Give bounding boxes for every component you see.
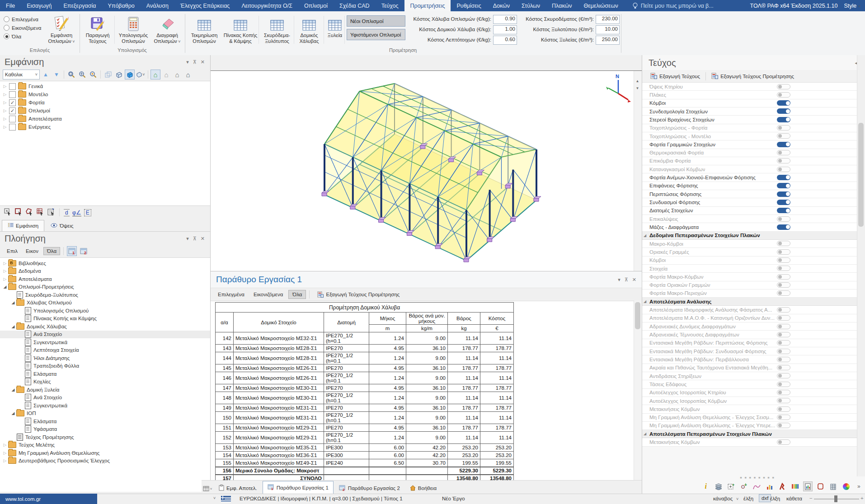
radio-1[interactable]: Εικονιζόμενα <box>4 23 41 32</box>
tell-me-search[interactable]: Πείτε μου πως μπορώ να β... <box>641 3 714 9</box>
nav-tree-item-13[interactable]: Τραπεζοειδή Φύλλα <box>0 362 210 370</box>
toggle-switch[interactable] <box>777 382 790 387</box>
teyxos-row-36[interactable]: Τάσεις Εδάφους <box>642 380 865 388</box>
teyxos-row-33[interactable]: Εντασιακά Μεγέθη Ράβδων: Περιβάλλουσα <box>642 355 865 364</box>
table-row[interactable]: 153Μεταλλικό Μακροστοιχείο ΜΣ35-Σ1IPE300… <box>216 444 514 452</box>
radio-0[interactable]: Επιλεγμένα <box>4 15 41 23</box>
toggle-switch[interactable] <box>777 373 790 378</box>
teyxos-row-20[interactable]: Οριακές Γραμμές <box>642 248 865 256</box>
zoom-in-icon[interactable]: + <box>860 495 864 501</box>
layers-icon[interactable] <box>714 481 723 491</box>
style-menu[interactable]: Style ˅ <box>844 3 860 9</box>
nav-filter-2[interactable]: Όλα <box>43 247 60 255</box>
expander-icon[interactable]: ◢ <box>10 300 16 305</box>
toggle-switch[interactable] <box>777 315 790 321</box>
menu-item-4[interactable]: Ανάλυση <box>141 0 174 11</box>
nav-filter-1[interactable]: Εικον <box>23 247 42 255</box>
table-row[interactable]: 152Μεταλλικό Μακροστοιχείο ΜΣ29-Σ1IPE270… <box>216 432 514 444</box>
toggle-switch[interactable] <box>777 117 790 122</box>
nav-tree-item-25[interactable]: ▷Δευτεροβάθμιος Προσεισμικός Έλεγχος <box>0 457 210 465</box>
toggle-switch[interactable] <box>777 167 790 172</box>
checkbox-icon[interactable] <box>9 124 16 131</box>
scroll-up-icon[interactable]: ▲ <box>634 77 641 84</box>
toggle-switch[interactable] <box>777 92 790 98</box>
select-polygon-icon[interactable] <box>25 208 33 217</box>
barchart-icon[interactable] <box>765 481 774 491</box>
toggle-switch[interactable] <box>777 125 790 131</box>
cost-input-1[interactable]: 1.00 <box>493 25 517 34</box>
toggle-switch[interactable] <box>777 398 790 403</box>
cost-input-2[interactable]: 0.60 <box>493 36 517 45</box>
toggle-switch[interactable] <box>777 274 790 280</box>
toggle-switch[interactable] <box>777 390 790 395</box>
teyxos-row-18[interactable]: ◢Δεδομένα Πεπερασμένων Στοιχείων Πλακών <box>642 232 865 240</box>
properties-icon[interactable] <box>47 208 55 217</box>
toggle-switch[interactable] <box>777 340 790 345</box>
nav-tree-item-7[interactable]: Πίνακας Κοπής και Κάμψης <box>0 315 210 323</box>
nav-tree-item-19[interactable]: ◢ΙΟΠ <box>0 410 210 418</box>
toggle-switch[interactable] <box>777 200 790 205</box>
reinf-mode-toggle-1[interactable]: Υφιστάμενοι Οπλισμοί <box>347 29 405 40</box>
expander-icon[interactable]: ▷ <box>2 277 8 281</box>
menu-item-9[interactable]: Τεύχος <box>376 0 404 11</box>
expander-icon[interactable]: ▷ <box>2 269 8 273</box>
chevron-down-icon[interactable]: ˅ <box>213 496 216 500</box>
table-row[interactable]: 149Μεταλλικό Μακροστοιχείο ΜΣ31-Σ1IPE270… <box>216 404 514 412</box>
teyxos-row-29[interactable]: Αδρανειακές Δυνάμεις Διαφραγμάτων <box>642 322 865 331</box>
reinf-mode-toggle-0[interactable]: Νέοι Οπλισμοί <box>347 15 405 27</box>
snap-toggle-2[interactable]: έλξη <box>770 496 780 501</box>
dxf-snap-toggle[interactable]: dxf <box>759 494 771 502</box>
menu-item-15[interactable]: Θεμελιώσεων <box>578 0 624 11</box>
cube-solid-icon[interactable] <box>125 70 135 79</box>
expander-icon[interactable]: ▷ <box>2 117 8 121</box>
tab-emfanisi[interactable]: Εμφάνιση <box>2 220 44 231</box>
toggle-switch[interactable] <box>777 266 790 271</box>
select-add-icon[interactable] <box>4 208 12 217</box>
report-icon[interactable] <box>803 481 813 491</box>
teyxos-row-19[interactable]: Μακρο-Κόμβοι <box>642 240 865 248</box>
menu-item-1[interactable]: Εισαγωγή <box>21 0 57 11</box>
viewport-scrollbar[interactable]: ▲ ▼ <box>634 71 642 271</box>
cube-wireframe-icon[interactable] <box>103 70 113 79</box>
teyxos-row-13[interactable]: Περιπτώσεις Φόρτισης <box>642 190 865 198</box>
menu-item-12[interactable]: Δοκών <box>487 0 516 11</box>
nav-tree-item-11[interactable]: Λεπτότοιχα Στοιχεία <box>0 346 210 355</box>
nav-tree-item-4[interactable]: Σκυρόδεμα-Ξυλότυπος <box>0 291 210 299</box>
toggle-switch[interactable] <box>777 108 790 114</box>
nav-tree-item-2[interactable]: ▷Αποτελέσματα <box>0 275 210 283</box>
toggle-switch[interactable] <box>777 307 790 313</box>
table-row[interactable]: 148Μεταλλικό Μακροστοιχείο ΜΣ30-Σ1IPE270… <box>216 392 514 404</box>
expander-icon[interactable]: ◢ <box>644 299 646 303</box>
menu-item-14[interactable]: Πλακών <box>546 0 578 11</box>
expander-icon[interactable]: ◢ <box>10 324 16 329</box>
toggle-switch[interactable] <box>777 357 790 362</box>
toggle-switch[interactable] <box>777 257 790 263</box>
toggle-switch[interactable] <box>777 224 790 230</box>
move-up-icon[interactable]: ▲ <box>41 70 51 79</box>
info-icon[interactable]: i <box>701 481 710 491</box>
checkbox-icon[interactable]: ✓ <box>9 107 16 114</box>
subtotal-row[interactable]: 156Μερικό Σύνολο Ομάδας: Μακροστ5229.305… <box>216 467 514 475</box>
teyxos-row-34[interactable]: Ακραία και Πιθανώς Ταυτόχρονα Εντασιακά … <box>642 364 865 372</box>
workspace-tab-2[interactable]: Όλα <box>288 290 306 299</box>
table-row[interactable]: 154Μεταλλικό Μακροστοιχείο ΜΣ36-Σ1IPE300… <box>216 452 514 459</box>
snap-toggle[interactable]: έλξη <box>743 496 753 501</box>
teyxos-row-42[interactable]: ◢Αποτελέσματα Πεπερασμένων Στοιχείων Πλα… <box>642 430 865 438</box>
toggle-switch[interactable] <box>777 249 790 255</box>
nav-tree-item-23[interactable]: ▷Τεύχος Μελέτης <box>0 441 210 449</box>
nav-tree-item-16[interactable]: ◢Δομική Ξυλεία <box>0 386 210 394</box>
nav-tree-item-12[interactable]: Ήλοι Διάτμησης <box>0 354 210 362</box>
nav-tree-item-10[interactable]: Συγκεντρωτικά <box>0 338 210 346</box>
menu-item-11[interactable]: Ρυθμίσεις <box>451 0 487 11</box>
website-link[interactable]: www.tol.com.gr <box>0 494 97 504</box>
teyxos-row-14[interactable]: Συνδυασμοί Φόρτισης <box>642 198 865 206</box>
teyxos-row-21[interactable]: Κόμβοι <box>642 257 865 265</box>
table-row[interactable]: 146Μεταλλικό Μακροστοιχείο ΜΣ26-Σ1IPE270… <box>216 372 514 384</box>
cost-input-3[interactable]: 230.00 <box>596 15 620 24</box>
pin-icon[interactable]: ⊼ <box>193 59 197 65</box>
teyxos-row-43[interactable]: Μετακινήσεις Κόμβων <box>642 438 865 446</box>
toggle-switch[interactable] <box>777 415 790 420</box>
house-gray-icon[interactable]: ⌂ <box>172 70 182 79</box>
cube-menu-icon[interactable]: ˅ <box>136 70 146 79</box>
close-icon[interactable]: ✕ <box>201 59 205 65</box>
